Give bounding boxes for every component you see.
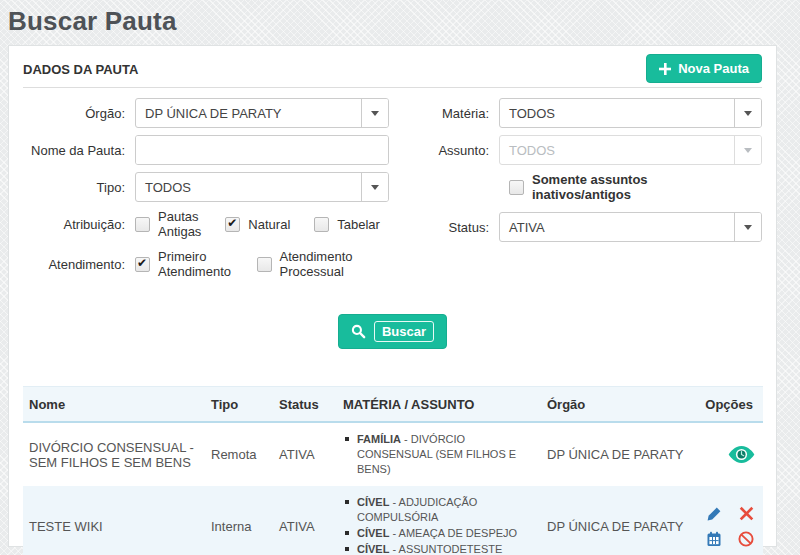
row-status: ATIVA	[273, 422, 337, 486]
orgao-value: DP ÚNICA DE PARATY	[136, 106, 361, 121]
checkbox-icon[interactable]	[135, 217, 150, 232]
checkbox-icon[interactable]	[509, 180, 524, 195]
materia-value: TODOS	[500, 106, 734, 121]
row-nome: DIVÓRCIO CONSENSUAL - SEM FILHOS E SEM B…	[23, 422, 205, 486]
block-ban-icon[interactable]	[738, 531, 754, 547]
square-bullet-icon	[345, 437, 349, 441]
calendar-icon[interactable]	[706, 531, 722, 547]
status-select[interactable]: ATIVA	[499, 212, 762, 242]
header-tipo: Tipo	[205, 387, 273, 423]
pautas-table: Nome Tipo Status MATÉRIA / ASSUNTO Órgão…	[23, 386, 763, 555]
buscar-button[interactable]: Buscar	[338, 314, 447, 349]
assunto-value: TODOS	[500, 143, 734, 158]
checkbox-icon[interactable]	[257, 257, 272, 272]
header-orgao: Órgão	[541, 387, 691, 423]
nova-pauta-label: Nova Pauta	[678, 61, 749, 76]
buscar-label: Buscar	[374, 321, 434, 342]
atendimento-label: Atendimento:	[23, 257, 135, 272]
table-header-row: Nome Tipo Status MATÉRIA / ASSUNTO Órgão…	[23, 387, 763, 423]
atribuicao-label: Atribuição:	[23, 217, 135, 232]
delete-x-icon[interactable]	[739, 506, 754, 521]
tipo-select[interactable]: TODOS	[135, 172, 389, 202]
header-opcoes: Opções	[691, 387, 763, 423]
row-orgao: DP ÚNICA DE PARATY	[541, 422, 691, 486]
checkbox-checked-icon[interactable]	[135, 257, 150, 272]
orgao-label: Órgão:	[23, 106, 135, 121]
assunto-select-disabled: TODOS	[499, 135, 762, 165]
section-title: DADOS DA PAUTA	[23, 62, 138, 83]
plus-icon	[659, 63, 671, 75]
chevron-down-icon[interactable]	[734, 99, 761, 127]
edit-pencil-icon[interactable]	[706, 506, 722, 522]
header-materia-assunto: MATÉRIA / ASSUNTO	[337, 387, 541, 423]
square-bullet-icon	[345, 500, 349, 504]
nova-pauta-button[interactable]: Nova Pauta	[646, 54, 762, 83]
assunto-label: Assunto:	[401, 143, 499, 158]
header-status: Status	[273, 387, 337, 423]
checkbox-somente-assuntos-inativos[interactable]: Somente assuntos inativos/antigos	[509, 172, 738, 202]
chevron-down-icon[interactable]	[361, 173, 388, 201]
page-title: Buscar Pauta	[0, 0, 800, 37]
square-bullet-icon	[345, 547, 349, 551]
nome-pauta-label: Nome da Pauta:	[23, 143, 135, 158]
chevron-down-icon	[734, 136, 761, 164]
checkbox-natural[interactable]: Natural	[225, 217, 290, 232]
table-row: DIVÓRCIO CONSENSUAL - SEM FILHOS E SEM B…	[23, 422, 763, 486]
tipo-value: TODOS	[136, 180, 361, 195]
search-form: Órgão: DP ÚNICA DE PARATY Nome da Pauta:…	[23, 98, 762, 289]
row-nome: TESTE WIKI	[23, 486, 205, 555]
dados-da-pauta-panel: DADOS DA PAUTA Nova Pauta Órgão: DP ÚNIC…	[8, 45, 777, 547]
status-label: Status:	[401, 220, 499, 235]
status-value: ATIVA	[500, 220, 734, 235]
materia-label: Matéria:	[401, 106, 499, 121]
row-tipo: Interna	[205, 486, 273, 555]
row-materia-assunto: CÍVEL - ADJUDICAÇÃO COMPULSÓRIA CÍVEL - …	[337, 486, 541, 555]
checkbox-pautas-antigas[interactable]: Pautas Antigas	[135, 209, 201, 239]
search-icon	[351, 324, 366, 339]
nome-pauta-input[interactable]	[136, 136, 388, 164]
tipo-label: Tipo:	[23, 180, 135, 195]
row-status: ATIVA	[273, 486, 337, 555]
header-nome: Nome	[23, 387, 205, 423]
nome-pauta-field	[135, 135, 389, 165]
checkbox-tabelar[interactable]: Tabelar	[314, 217, 380, 232]
section-divider	[23, 87, 762, 88]
orgao-select[interactable]: DP ÚNICA DE PARATY	[135, 98, 389, 128]
row-materia-assunto: FAMÍLIA - DIVÓRCIO CONSENSUAL (SEM FILHO…	[337, 422, 541, 486]
checkbox-icon[interactable]	[314, 217, 329, 232]
chevron-down-icon[interactable]	[734, 213, 761, 241]
row-tipo: Remota	[205, 422, 273, 486]
row-orgao: DP ÚNICA DE PARATY	[541, 486, 691, 555]
chevron-down-icon[interactable]	[361, 99, 388, 127]
materia-select[interactable]: TODOS	[499, 98, 762, 128]
square-bullet-icon	[345, 531, 349, 535]
view-eye-icon[interactable]	[728, 446, 755, 463]
checkbox-atendimento-processual[interactable]: Atendimento Processual	[257, 249, 366, 279]
checkbox-primeiro-atendimento[interactable]: Primeiro Atendimento	[135, 249, 233, 279]
table-row: TESTE WIKI Interna ATIVA CÍVEL - ADJUDIC…	[23, 486, 763, 555]
checkbox-checked-icon[interactable]	[225, 217, 240, 232]
